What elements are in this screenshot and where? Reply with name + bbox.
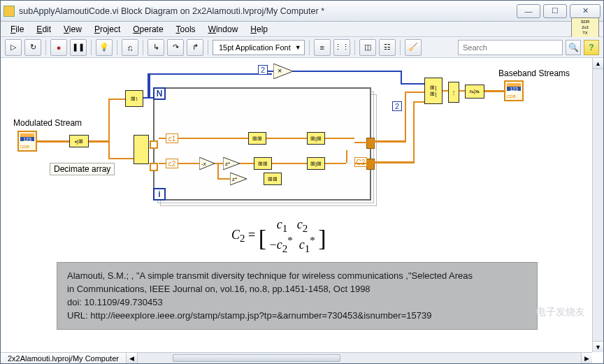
reorder-icon: ☷ <box>384 43 391 52</box>
font-combo[interactable]: 15pt Application Font ▼ <box>213 40 305 55</box>
minimize-button[interactable]: — <box>517 4 540 18</box>
interleave-node-1[interactable]: ⊞|⊞ <box>307 132 325 145</box>
search-input[interactable] <box>461 43 561 52</box>
loop-input-tunnel-2[interactable] <box>150 163 158 171</box>
multiply-node[interactable]: × <box>273 64 294 79</box>
menu-view[interactable]: View <box>58 23 87 36</box>
baseband-streams-terminal[interactable]: 123CDB <box>504 80 524 101</box>
scroll-down-button[interactable]: ▼ <box>593 341 603 352</box>
align-button[interactable]: ≡ <box>314 39 331 56</box>
bulb-icon: 💡 <box>99 43 109 52</box>
h-scroll-thumb[interactable] <box>173 354 340 362</box>
step-over-icon: ↷ <box>173 43 179 52</box>
array-size-node[interactable]: ⊞↕ <box>125 90 143 107</box>
pause-icon: ❚❚ <box>72 43 85 52</box>
retain-icon: ⎌ <box>128 43 133 52</box>
loop-input-tunnel-1[interactable] <box>150 140 158 149</box>
conjugate-node-1[interactable]: z* <box>223 157 241 170</box>
constant-two-right[interactable]: 2 <box>392 101 402 111</box>
menu-tools[interactable]: Tools <box>171 23 201 36</box>
search-box[interactable] <box>458 40 563 55</box>
scroll-up-button[interactable]: ▲ <box>593 58 603 69</box>
close-icon: ✕ <box>582 6 589 15</box>
menu-help[interactable]: Help <box>245 23 273 36</box>
decimate-array-label[interactable]: Decimate array <box>50 163 115 175</box>
align-icon: ≡ <box>319 43 324 52</box>
help-icon: ? <box>589 43 594 52</box>
vertical-scrollbar[interactable]: ▲ ▼ <box>592 58 603 352</box>
minimize-icon: — <box>525 7 533 15</box>
maximize-icon: ☐ <box>552 6 559 15</box>
loop-i-terminal[interactable]: i <box>153 188 166 201</box>
citation-comment[interactable]: Alamouti, S.M.; , "A simple transmit div… <box>57 262 538 330</box>
menu-project[interactable]: Project <box>89 23 126 36</box>
loop-output-sr-1[interactable] <box>366 138 375 149</box>
constant-two-top[interactable]: 2 <box>258 65 268 75</box>
loop-output-sr-2[interactable] <box>366 159 375 170</box>
build-array-node-3[interactable]: ⊞⊞ <box>264 173 282 185</box>
negate-node[interactable]: -x <box>199 157 216 170</box>
app-icon <box>3 6 15 17</box>
broom-icon: 🧹 <box>408 43 418 52</box>
menu-operate[interactable]: Operate <box>127 23 168 36</box>
block-diagram-area[interactable]: Modulated Stream Baseband Streams 123CDB… <box>1 58 603 363</box>
svg-marker-0 <box>273 64 293 79</box>
for-loop[interactable]: N i c1 c2 -x z* <box>153 87 371 201</box>
baseband-streams-label: Baseband Streams <box>498 68 570 78</box>
menu-window[interactable]: Window <box>203 23 244 36</box>
c1-box[interactable]: c1 <box>166 133 178 143</box>
build-array-node-2[interactable]: ⊞⊞ <box>254 157 272 170</box>
cleanup-button[interactable]: 🧹 <box>405 39 422 56</box>
menu-file[interactable]: File <box>5 23 29 36</box>
loop-n-terminal[interactable]: N <box>153 87 166 100</box>
step-into-button[interactable]: ↳ <box>148 39 164 56</box>
modulated-stream-label: Modulated Stream <box>13 118 82 128</box>
modulated-stream-terminal[interactable]: 123CDB <box>17 131 37 152</box>
retain-wire-button[interactable]: ⎌ <box>122 39 138 56</box>
c2-box[interactable]: c2 <box>166 159 178 168</box>
unbundle-node[interactable]: •|⊞ <box>69 135 89 147</box>
build-array-node-1[interactable]: ⊞⊞ <box>248 132 266 145</box>
resize-button[interactable]: ◫ <box>359 39 376 56</box>
pause-button[interactable]: ❚❚ <box>70 39 87 56</box>
run-continuous-button[interactable]: ↻ <box>24 39 41 56</box>
search-icon: 🔍 <box>568 43 579 52</box>
menu-bar: File Edit View Project Operate Tools Win… <box>1 22 603 37</box>
svg-text:-x: -x <box>201 161 206 167</box>
formula-text: C2 = [ c1 c2 −c2* c1* ] <box>231 217 326 254</box>
resize-icon: ◫ <box>364 43 371 52</box>
scroll-right-button[interactable]: ▶ <box>581 353 592 363</box>
step-into-icon: ↳ <box>153 43 159 52</box>
horizontal-scrollbar[interactable]: 2x2Alamouti.lvproj/My Computer ◀ ▶ <box>1 352 592 363</box>
window-title: subApplyAlamoutiCode.vi Block Diagram on… <box>19 6 517 16</box>
close-button[interactable]: ✕ <box>570 4 601 18</box>
maximize-button[interactable]: ☐ <box>543 4 567 18</box>
run-arrow-icon: ▷ <box>10 43 16 52</box>
context-help-button[interactable]: ? <box>584 40 599 55</box>
distribute-button[interactable]: ⋮⋮ <box>333 39 350 56</box>
highlight-exec-button[interactable]: 💡 <box>96 39 113 56</box>
abort-button[interactable]: ● <box>50 39 67 56</box>
step-over-button[interactable]: ↷ <box>167 39 184 56</box>
abort-icon: ● <box>57 43 62 52</box>
replace-array-node[interactable]: ⊞|⊞| <box>424 78 443 104</box>
bundle-node-1[interactable]: ⋮ <box>448 82 459 103</box>
svg-text:z*: z* <box>225 161 230 167</box>
app-window: subApplyAlamoutiCode.vi Block Diagram on… <box>0 0 604 364</box>
svg-text:z*: z* <box>232 176 237 182</box>
menu-edit[interactable]: Edit <box>31 23 57 36</box>
conjugate-node-2[interactable]: z* <box>230 173 248 185</box>
interleave-node-2[interactable]: ⊞|⊞ <box>307 157 325 170</box>
title-bar[interactable]: subApplyAlamoutiCode.vi Block Diagram on… <box>1 1 603 22</box>
cluster-index-node[interactable]: x₁|x₂ <box>465 85 484 99</box>
run-button[interactable]: ▷ <box>5 39 22 56</box>
step-out-icon: ↱ <box>192 43 199 52</box>
scroll-left-button[interactable]: ◀ <box>127 353 138 363</box>
reorder-button[interactable]: ☷ <box>379 39 396 56</box>
distribute-icon: ⋮⋮ <box>334 43 350 52</box>
search-go-button[interactable]: 🔍 <box>566 40 581 55</box>
c2-out-box[interactable]: C2 <box>354 157 367 167</box>
step-out-button[interactable]: ↱ <box>187 39 203 56</box>
project-tab[interactable]: 2x2Alamouti.lvproj/My Computer <box>1 353 127 363</box>
decimate-array-node[interactable] <box>134 135 149 164</box>
